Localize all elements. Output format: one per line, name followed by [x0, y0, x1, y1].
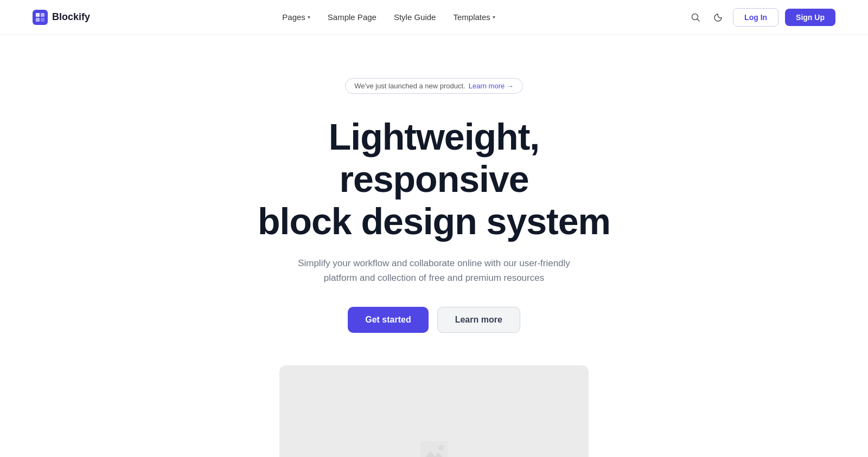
hero-title-line2: block design system	[258, 201, 610, 242]
hero-subtitle: Simplify your workflow and collaborate o…	[288, 256, 580, 285]
hero-title: Lightweight, responsive block design sys…	[244, 115, 624, 243]
hero-title-line1: Lightweight, responsive	[329, 116, 539, 199]
nav-templates[interactable]: Templates ▾	[453, 12, 495, 22]
svg-rect-0	[33, 10, 48, 25]
announcement-bar: We've just launched a new product. Learn…	[345, 78, 523, 94]
nav-actions: Log In Sign Up	[687, 8, 835, 27]
navbar: Blockify Pages ▾ Sample Page Style Guide…	[0, 0, 868, 35]
announcement-text: We've just launched a new product.	[354, 82, 465, 90]
pages-chevron-icon: ▾	[308, 14, 310, 20]
moon-icon	[713, 12, 723, 22]
svg-rect-1	[36, 13, 40, 17]
hero-section: We've just launched a new product. Learn…	[0, 35, 868, 457]
svg-line-6	[697, 19, 699, 21]
logo-icon	[33, 10, 48, 25]
learn-more-button[interactable]: Learn more	[437, 307, 520, 333]
announcement-link[interactable]: Learn more →	[469, 82, 514, 90]
image-placeholder-icon	[420, 441, 448, 457]
nav-pages[interactable]: Pages ▾	[282, 12, 310, 22]
nav-links: Pages ▾ Sample Page Style Guide Template…	[282, 12, 495, 22]
hero-image-placeholder	[279, 365, 589, 457]
templates-chevron-icon: ▾	[493, 14, 495, 20]
nav-style-guide[interactable]: Style Guide	[394, 12, 436, 22]
svg-rect-3	[36, 18, 40, 22]
svg-rect-4	[41, 18, 44, 22]
signup-button[interactable]: Sign Up	[785, 9, 835, 26]
logo-link[interactable]: Blockify	[33, 10, 90, 25]
login-button[interactable]: Log In	[733, 8, 778, 27]
search-icon	[691, 12, 700, 22]
hero-buttons: Get started Learn more	[348, 307, 520, 333]
svg-rect-7	[420, 441, 448, 457]
dark-mode-button[interactable]	[710, 9, 726, 25]
svg-point-9	[438, 445, 444, 450]
nav-sample-page[interactable]: Sample Page	[328, 12, 376, 22]
search-button[interactable]	[687, 9, 704, 25]
brand-name: Blockify	[52, 11, 90, 23]
svg-rect-2	[41, 13, 44, 17]
get-started-button[interactable]: Get started	[348, 307, 428, 333]
